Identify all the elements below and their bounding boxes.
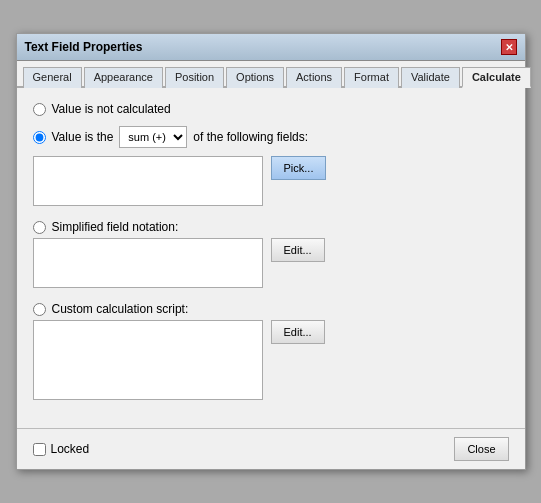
- of-following-fields-label: of the following fields:: [193, 130, 308, 144]
- simplified-section: Simplified field notation: Edit...: [33, 220, 509, 288]
- custom-section: Custom calculation script: Edit...: [33, 302, 509, 400]
- locked-checkbox[interactable]: [33, 443, 46, 456]
- fields-textarea[interactable]: [33, 156, 263, 206]
- edit-button-1[interactable]: Edit...: [271, 238, 325, 262]
- radio-value-is[interactable]: [33, 131, 46, 144]
- radio-custom[interactable]: [33, 303, 46, 316]
- simplified-textarea[interactable]: [33, 238, 263, 288]
- tabs-row: General Appearance Position Options Acti…: [17, 61, 525, 88]
- radio-value-is-label[interactable]: Value is the: [52, 130, 114, 144]
- simplified-label[interactable]: Simplified field notation:: [52, 220, 179, 234]
- radio-not-calculated[interactable]: [33, 103, 46, 116]
- simplified-header: Simplified field notation:: [33, 220, 509, 234]
- tab-general[interactable]: General: [23, 67, 82, 88]
- tab-validate[interactable]: Validate: [401, 67, 460, 88]
- custom-content: Edit...: [33, 320, 509, 400]
- tab-calculate[interactable]: Calculate: [462, 67, 531, 88]
- tab-format[interactable]: Format: [344, 67, 399, 88]
- custom-textarea[interactable]: [33, 320, 263, 400]
- radio-simplified[interactable]: [33, 221, 46, 234]
- tab-options[interactable]: Options: [226, 67, 284, 88]
- custom-label[interactable]: Custom calculation script:: [52, 302, 189, 316]
- custom-header: Custom calculation script:: [33, 302, 509, 316]
- dialog: Text Field Properties ✕ General Appearan…: [16, 33, 526, 470]
- close-icon[interactable]: ✕: [501, 39, 517, 55]
- tab-actions[interactable]: Actions: [286, 67, 342, 88]
- edit-button-2[interactable]: Edit...: [271, 320, 325, 344]
- footer: Locked Close: [17, 428, 525, 469]
- tab-position[interactable]: Position: [165, 67, 224, 88]
- radio-not-calculated-label[interactable]: Value is not calculated: [52, 102, 171, 116]
- locked-label[interactable]: Locked: [51, 442, 90, 456]
- title-bar: Text Field Properties ✕: [17, 34, 525, 61]
- simplified-content: Edit...: [33, 238, 509, 288]
- fields-section: Pick...: [33, 156, 509, 206]
- content-area: Value is not calculated Value is the sum…: [17, 88, 525, 428]
- pick-button[interactable]: Pick...: [271, 156, 327, 180]
- radio-value-is-row: Value is the sum (+) of the following fi…: [33, 126, 509, 148]
- dialog-title: Text Field Properties: [25, 40, 143, 54]
- tab-appearance[interactable]: Appearance: [84, 67, 163, 88]
- radio-not-calculated-row: Value is not calculated: [33, 102, 509, 116]
- sum-select[interactable]: sum (+): [119, 126, 187, 148]
- locked-row: Locked: [33, 442, 90, 456]
- close-button[interactable]: Close: [454, 437, 508, 461]
